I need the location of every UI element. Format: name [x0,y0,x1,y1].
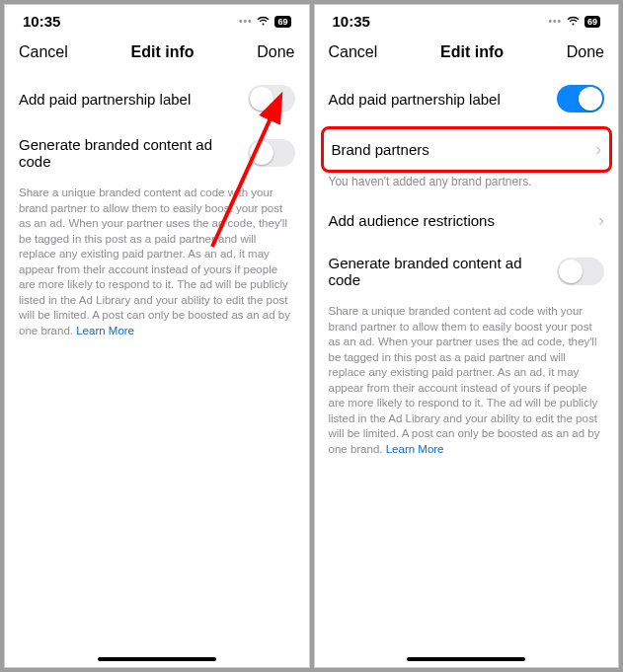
battery-icon: 69 [584,16,600,28]
paid-partnership-toggle[interactable] [248,85,295,112]
generate-code-row: Generate branded content ad code [315,243,619,300]
status-time: 10:35 [23,13,60,30]
status-bar: 10:35 ••• 69 [5,5,309,34]
phone-right: 10:35 ••• 69 Cancel Edit info Done Add p… [314,4,620,668]
audience-restrictions-label: Add audience restrictions [329,212,599,229]
status-indicators: ••• 69 [548,13,600,30]
battery-icon: 69 [274,16,290,28]
audience-restrictions-row[interactable]: Add audience restrictions › [315,198,619,243]
generate-code-toggle[interactable] [557,258,604,285]
status-indicators: ••• 69 [239,13,291,30]
done-button[interactable]: Done [257,43,294,61]
nav-bar: Cancel Edit info Done [315,34,619,73]
home-indicator [98,657,216,661]
helper-body: Share a unique branded content ad code w… [19,187,290,336]
cancel-button[interactable]: Cancel [329,43,378,61]
paid-partnership-row: Add paid partnership label [315,73,619,124]
status-bar: 10:35 ••• 69 [315,5,619,34]
brand-partners-hint: You haven't added any brand partners. [315,175,619,198]
nav-title: Edit info [440,43,504,61]
phone-left: 10:35 ••• 69 Cancel Edit info Done Add p… [4,4,310,668]
learn-more-link[interactable]: Learn More [76,325,134,336]
screenshot-pair: 10:35 ••• 69 Cancel Edit info Done Add p… [4,4,619,668]
generate-code-row: Generate branded content ad code [5,124,309,182]
chevron-right-icon: › [595,139,601,160]
wifi-icon [566,13,581,30]
generate-code-toggle[interactable] [248,139,295,167]
paid-partnership-toggle[interactable] [557,85,604,112]
helper-text: Share a unique branded content ad code w… [315,300,619,465]
helper-body: Share a unique branded content ad code w… [329,305,600,455]
cellular-icon: ••• [548,16,562,27]
done-button[interactable]: Done [567,43,604,61]
status-time: 10:35 [333,13,370,30]
chevron-right-icon: › [598,210,604,231]
paid-partnership-row: Add paid partnership label [5,73,309,124]
cellular-icon: ••• [239,16,253,27]
wifi-icon [256,13,271,30]
brand-partners-row[interactable]: Brand partners › [321,126,613,173]
paid-partnership-label: Add paid partnership label [329,91,558,108]
paid-partnership-label: Add paid partnership label [19,91,248,108]
brand-partners-label: Brand partners [332,141,429,158]
learn-more-link[interactable]: Learn More [386,443,444,455]
home-indicator [407,657,525,661]
generate-code-label: Generate branded content ad code [19,136,248,170]
nav-title: Edit info [131,43,195,61]
generate-code-label: Generate branded content ad code [329,255,558,288]
nav-bar: Cancel Edit info Done [5,34,309,73]
cancel-button[interactable]: Cancel [19,43,68,61]
helper-text: Share a unique branded content ad code w… [5,182,309,346]
